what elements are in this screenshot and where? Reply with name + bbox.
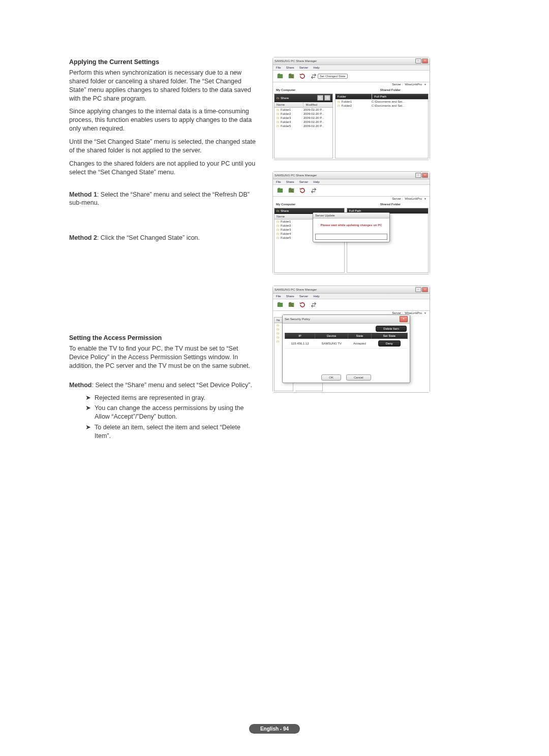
chevron-down-icon[interactable]: ▾ <box>317 95 323 101</box>
list-item[interactable]: 🗀Folder2C:\Documents and Set... <box>336 104 428 108</box>
page-footer: English - 94 <box>249 724 300 734</box>
list-item[interactable]: 🗀Folder1C:\Documents and Set... <box>336 100 428 104</box>
menu-file[interactable]: File <box>276 180 281 183</box>
window-titlebar[interactable]: SAMSUNG PC Share Manager – × <box>273 57 430 65</box>
shared-folder-pane: Folder Full Path 🗀Folder1C:\Documents an… <box>335 93 429 159</box>
list-item[interactable]: 🗀Folder12009-02-20 P... <box>274 108 332 112</box>
col-modified[interactable]: Modified <box>303 102 332 107</box>
screenshot-set-security-policy: SAMSUNG PC Share Manager – × File Share … <box>272 286 430 393</box>
dialog-title[interactable]: Set Security Policy × <box>283 315 410 324</box>
method-label: Method 2 <box>69 234 97 241</box>
heading-access-permission: Setting the Access Permission <box>69 334 257 342</box>
delete-item-button[interactable]: Delete Item <box>376 326 407 332</box>
close-icon[interactable]: × <box>400 316 408 322</box>
close-icon[interactable]: × <box>422 287 428 292</box>
bullet-text: You can change the access permissions by… <box>95 404 257 421</box>
bullet-text: To delete an item, select the item and s… <box>95 423 257 440</box>
list-item[interactable]: 🗀Folder32009-02-20 P... <box>274 116 332 120</box>
unshare-folder-icon[interactable] <box>287 72 295 80</box>
method-text: : Click the “Set Changed State” icon. <box>97 234 200 241</box>
deny-button[interactable]: Deny <box>378 340 401 346</box>
menu-file[interactable]: File <box>276 295 281 298</box>
table-row[interactable]: 123.456.1.12 SAMSUNG TV Accepted Deny <box>285 339 408 349</box>
bullet-row: ➤ Rejected items are represented in gray… <box>69 394 257 402</box>
cell-device: SAMSUNG TV <box>315 339 348 349</box>
col-folder[interactable]: Folder <box>336 94 373 99</box>
share-folder-icon[interactable] <box>276 186 284 195</box>
breadcrumb-my-computer: My Computer <box>273 87 351 92</box>
list-item[interactable]: 🗀Folder42009-02-20 P... <box>274 120 332 124</box>
menu-server[interactable]: Server <box>299 66 309 69</box>
list-item[interactable]: 🗀Folder52009-02-20 P... <box>274 124 332 128</box>
server-selector[interactable]: Server : WiseLinkPro ▼ <box>273 197 430 202</box>
set-changed-state-icon[interactable] <box>310 301 318 309</box>
refresh-db-icon[interactable] <box>298 72 307 80</box>
bullet-text: Rejected items are represented in gray. <box>95 394 257 402</box>
folder-icon: 🗀 <box>277 236 280 239</box>
col-name[interactable]: Name <box>274 102 303 107</box>
server-value: WiseLinkPro <box>405 83 422 86</box>
minimize-icon[interactable]: – <box>415 58 421 64</box>
server-update-dialog: Server Update Please wait while updating… <box>313 212 390 242</box>
menubar: File Share Server Help <box>273 294 430 299</box>
window-titlebar[interactable]: SAMSUNG PC Share Manager – × <box>273 172 430 179</box>
cancel-button[interactable]: Cancel <box>346 374 371 381</box>
toolbar <box>273 185 430 197</box>
set-changed-state-icon[interactable] <box>310 186 318 195</box>
address-bar[interactable]: 🗀 Share ▾ ➜ <box>274 94 332 102</box>
col-state[interactable]: State <box>348 333 371 339</box>
server-label: Server : <box>392 197 403 200</box>
minimize-icon[interactable]: – <box>415 173 421 178</box>
close-icon[interactable]: × <box>422 173 428 178</box>
folder-icon: 🗀 <box>277 108 280 111</box>
go-icon[interactable]: ➜ <box>324 95 330 101</box>
menu-share[interactable]: Share <box>286 180 294 183</box>
window-titlebar[interactable]: SAMSUNG PC Share Manager – × <box>273 286 430 294</box>
menu-share[interactable]: Share <box>286 295 294 298</box>
close-icon[interactable]: × <box>422 58 428 64</box>
method-access: Method: Select the “Share” menu and sele… <box>69 381 257 390</box>
dialog-title[interactable]: Server Update <box>313 213 389 218</box>
folder-icon: 🗀 <box>277 332 280 335</box>
unshare-folder-icon[interactable] <box>287 301 295 309</box>
share-folder-icon[interactable] <box>276 301 284 309</box>
menu-help[interactable]: Help <box>313 295 319 298</box>
col-fullpath[interactable]: Full Path <box>372 94 428 99</box>
menu-server[interactable]: Server <box>299 295 309 298</box>
list-item[interactable]: 🗀Folder22009-02-20 P... <box>274 112 332 116</box>
minimize-icon[interactable]: – <box>415 287 421 292</box>
dialog-message: Please wait while updating changes on PC <box>313 218 389 229</box>
app-title: SAMSUNG PC Share Manager <box>274 59 317 62</box>
menu-help[interactable]: Help <box>313 66 319 69</box>
refresh-db-icon[interactable] <box>298 186 307 195</box>
menu-file[interactable]: File <box>276 66 281 69</box>
refresh-db-icon[interactable] <box>298 301 307 309</box>
tooltip-set-changed-state: Set Changed State <box>318 74 348 79</box>
ok-button[interactable]: OK <box>321 374 341 381</box>
menubar: File Share Server Help <box>273 179 430 185</box>
folder-icon: 🗀 <box>277 340 280 343</box>
col-ip[interactable]: IP <box>285 333 315 339</box>
folder-icon: 🗀 <box>338 100 341 103</box>
folder-icon: 🗀 <box>277 336 280 339</box>
bullet-row: ➤ To delete an item, select the item and… <box>69 423 257 440</box>
share-folder-icon[interactable] <box>276 72 284 80</box>
col-set-state[interactable]: Set State <box>371 333 407 339</box>
unshare-folder-icon[interactable] <box>287 186 295 195</box>
folder-icon: 🗀 <box>277 224 280 227</box>
server-selector[interactable]: Server : WiseLinkPro ▼ <box>273 82 430 87</box>
set-changed-state-icon[interactable] <box>310 72 318 80</box>
folder-icon: 🗀 <box>277 112 280 115</box>
menu-help[interactable]: Help <box>313 180 319 183</box>
menu-share[interactable]: Share <box>286 66 294 69</box>
chevron-down-icon: ▼ <box>424 311 426 314</box>
cell-ip: 123.456.1.12 <box>285 339 315 349</box>
menu-server[interactable]: Server <box>299 180 309 183</box>
bullet-icon: ➤ <box>85 404 95 413</box>
app-title: SAMSUNG PC Share Manager <box>274 174 317 177</box>
bullet-icon: ➤ <box>85 394 95 402</box>
toolbar: Set Changed State <box>273 71 430 82</box>
folder-icon: 🗀 <box>338 104 341 107</box>
left-text-column: Applying the Current Settings Perform th… <box>69 58 257 443</box>
col-device[interactable]: Device <box>315 333 348 339</box>
